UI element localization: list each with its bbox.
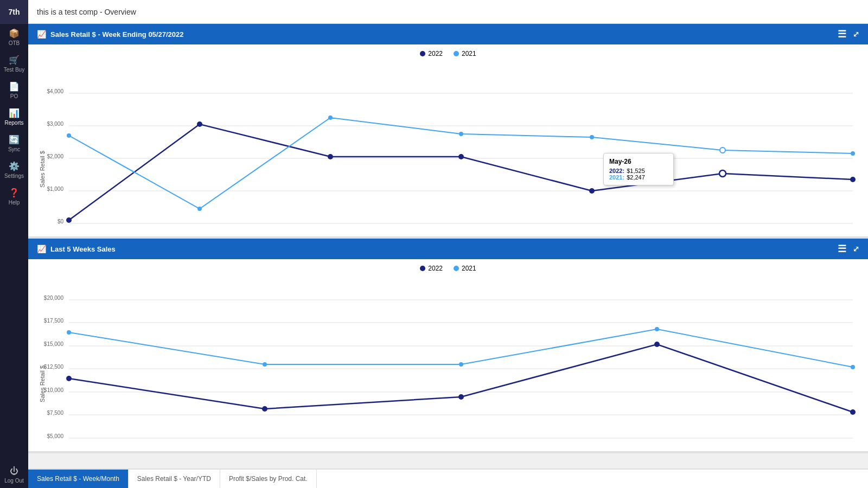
- chart1-dot-2021-6: [851, 151, 855, 156]
- sidebar-label-otb: OTB: [9, 40, 20, 46]
- chart1-dot-2021-0: [67, 133, 71, 138]
- po-icon: 📄: [9, 81, 20, 92]
- chart2-dot-2022-4: [850, 409, 856, 415]
- chart1-line-2021: [69, 118, 853, 209]
- chart2-svg-container: $5,000 $7,500 $10,000 $12,500 $15,000 $1…: [34, 275, 863, 446]
- chart1-dot-2021-2: [328, 115, 333, 120]
- chart2-yaxis-title: Sales Retail $: [39, 365, 46, 402]
- sidebar-item-test-buy[interactable]: 🛒 Test Buy: [0, 50, 28, 77]
- sidebar-item-sync[interactable]: 🔄 Sync: [0, 130, 28, 157]
- bottom-tabs: Sales Retail $ - Week/Month Sales Retail…: [28, 468, 868, 488]
- chart2-section: 📈 Last 5 Weeks Sales ☰ ⤢ 2022 2021: [28, 239, 868, 453]
- chart1-menu-icon[interactable]: ☰: [838, 28, 846, 40]
- chart1-dot-2022-4: [589, 188, 595, 194]
- y2-label-12500: $12,500: [44, 364, 64, 370]
- sidebar-item-logout[interactable]: ⏻ Log Out: [0, 462, 28, 488]
- chart1-dot-2022-2: [328, 154, 333, 159]
- chart2-dot-2021-3: [655, 327, 659, 331]
- chart1-title: Sales Retail $ - Week Ending 05/27/2022: [50, 30, 183, 38]
- chart2-dot-2021-1: [263, 362, 267, 367]
- charts-area: 📈 Sales Retail $ - Week Ending 05/27/202…: [28, 24, 868, 468]
- chart1-line-2022: [69, 124, 853, 220]
- chart2-expand-icon[interactable]: ⤢: [853, 245, 859, 253]
- tab-label-profit: Profit $/Sales by Prod. Cat.: [229, 475, 308, 483]
- chart1-svg: $0 $1,000 $2,000 $3,000 $4,000 Sales Ret…: [34, 61, 864, 229]
- chart1-dot-2021-5-active: [720, 147, 725, 153]
- sidebar-label-sync: Sync: [8, 146, 20, 152]
- chart1-title-left: 📈 Sales Retail $ - Week Ending 05/27/202…: [37, 30, 183, 38]
- sidebar-label-settings: Settings: [4, 173, 24, 179]
- sidebar-item-otb[interactable]: 📦 OTB: [0, 24, 28, 50]
- main-content: this is a test comp - Overview 📈 Sales R…: [28, 0, 868, 488]
- legend2-dot-2022: [420, 266, 425, 271]
- chart2-body: 2022 2021 $5,000 $7,500 $10,000: [28, 259, 868, 451]
- y2-label-15000: $15,000: [44, 341, 64, 347]
- tab-year-ytd[interactable]: Sales Retail $ - Year/YTD: [129, 470, 220, 488]
- chart2-svg: $5,000 $7,500 $10,000 $12,500 $15,000 $1…: [34, 275, 864, 444]
- chart2-title-left: 📈 Last 5 Weeks Sales: [37, 245, 116, 253]
- sidebar-item-reports[interactable]: 📊 Reports: [0, 104, 28, 130]
- y2-label-20000: $20,000: [44, 295, 64, 301]
- tab-week-month[interactable]: Sales Retail $ - Week/Month: [28, 470, 129, 488]
- legend-label-2022: 2022: [428, 50, 443, 57]
- chart2-menu-icon[interactable]: ☰: [838, 243, 846, 255]
- help-icon: ❓: [9, 188, 20, 198]
- y-label-4000: $4,000: [47, 88, 63, 94]
- chart2-line-icon: 📈: [37, 245, 46, 253]
- chart1-dot-2021-1: [197, 207, 202, 211]
- sidebar-bottom: ⏻ Log Out: [0, 462, 28, 488]
- y2-label-17500: $17,500: [44, 318, 64, 324]
- chart1-legend: 2022 2021: [34, 50, 863, 57]
- chart1-header: 📈 Sales Retail $ - Week Ending 05/27/202…: [28, 24, 868, 44]
- chart2-dot-2022-2: [458, 394, 464, 400]
- y2-label-7500: $7,500: [47, 410, 63, 416]
- y2-label-10000: $10,000: [44, 387, 64, 393]
- sync-icon: 🔄: [9, 134, 20, 145]
- chart1-legend-2022: 2022: [420, 50, 443, 57]
- sidebar: 7th 📦 OTB 🛒 Test Buy 📄 PO 📊 Reports 🔄 Sy…: [0, 0, 28, 488]
- y-label-2000: $2,000: [47, 153, 63, 159]
- sidebar-label-reports: Reports: [4, 120, 23, 126]
- otb-icon: 📦: [9, 28, 20, 38]
- chart2-line-2021: [69, 329, 853, 367]
- chart1-yaxis-title: Sales Retail $: [39, 151, 46, 188]
- chart2-legend-2021: 2021: [454, 265, 476, 272]
- y-label-3000: $3,000: [47, 121, 63, 127]
- reports-icon: 📊: [9, 108, 20, 118]
- chart1-dot-2022-1: [197, 121, 202, 127]
- settings-icon: ⚙️: [9, 161, 20, 171]
- y2-label-5000: $5,000: [47, 433, 63, 439]
- legend2-dot-2021: [454, 266, 459, 271]
- sidebar-item-settings[interactable]: ⚙️ Settings: [0, 157, 28, 183]
- chart1-dot-2022-0: [66, 217, 72, 223]
- chart2-dot-2022-3: [654, 342, 660, 347]
- test-buy-icon: 🛒: [9, 55, 20, 65]
- chart1-line-icon: 📈: [37, 30, 46, 38]
- chart1-dot-2022-3: [458, 154, 464, 159]
- chart1-dot-2022-6: [850, 177, 856, 182]
- chart1-dot-2021-3: [459, 132, 463, 136]
- chart2-dot-2022-0: [66, 376, 72, 381]
- chart1-expand-icon[interactable]: ⤢: [853, 30, 859, 38]
- chart2-dot-2021-4: [851, 365, 855, 369]
- legend-dot-2022: [420, 51, 425, 56]
- chart1-body: 2022 2021 $0 $1,000 $2,000 $3,000 $4,00: [28, 44, 868, 236]
- chart1-dot-2021-4: [590, 135, 594, 139]
- page-title: this is a test comp - Overview: [37, 8, 136, 16]
- chart1-section: 📈 Sales Retail $ - Week Ending 05/27/202…: [28, 24, 868, 239]
- chart2-legend-2022: 2022: [420, 265, 443, 272]
- chart2-legend: 2022 2021: [34, 265, 863, 272]
- chart1-svg-container: $0 $1,000 $2,000 $3,000 $4,000 Sales Ret…: [34, 61, 863, 231]
- sidebar-label-po: PO: [10, 93, 18, 99]
- legend2-label-2021: 2021: [462, 265, 476, 272]
- chart2-dot-2022-1: [262, 406, 267, 412]
- legend-dot-2021: [454, 51, 459, 56]
- tab-profit[interactable]: Profit $/Sales by Prod. Cat.: [220, 470, 317, 488]
- chart2-dot-2021-2: [459, 362, 463, 367]
- tab-label-year-ytd: Sales Retail $ - Year/YTD: [137, 475, 211, 483]
- sidebar-label-test-buy: Test Buy: [4, 67, 24, 73]
- sidebar-item-po[interactable]: 📄 PO: [0, 77, 28, 104]
- sidebar-label-logout: Log Out: [4, 478, 24, 484]
- sidebar-item-help[interactable]: ❓ Help: [0, 183, 28, 210]
- legend-label-2021: 2021: [462, 50, 476, 57]
